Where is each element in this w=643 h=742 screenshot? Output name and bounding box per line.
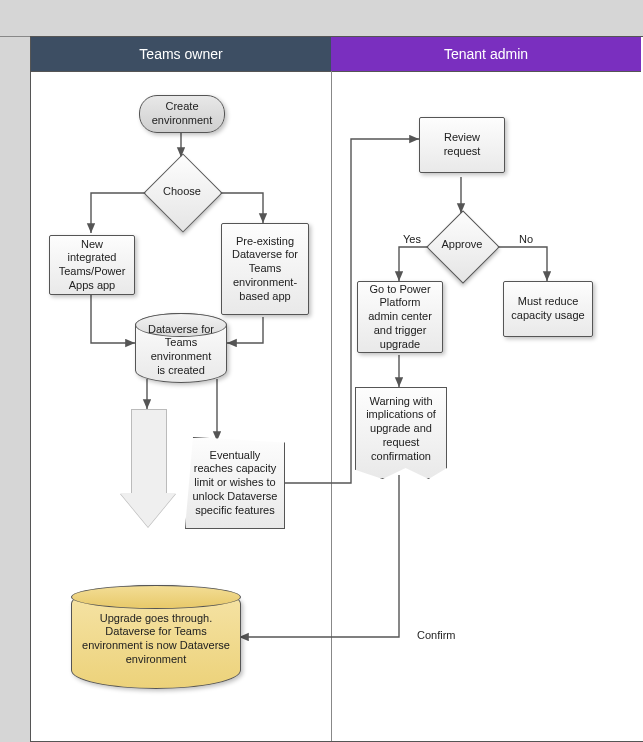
node-label: Dataverse for Teams environment is creat… (146, 323, 216, 378)
big-arrow-body (131, 409, 167, 495)
lane-divider (331, 71, 332, 741)
left-margin (0, 36, 30, 742)
node-label: Eventually reaches capacity limit or wis… (192, 449, 278, 518)
node-label: Create environment (146, 100, 218, 128)
lane-title-right: Tenant admin (444, 46, 528, 62)
big-arrow-head (120, 493, 176, 527)
node-label: New integrated Teams/Power Apps app (56, 238, 128, 293)
node-label: Upgrade goes through. Dataverse for Team… (82, 612, 230, 667)
node-label: Review request (426, 131, 498, 159)
node-must-reduce: Must reduce capacity usage (503, 281, 593, 337)
node-dataverse-created: Dataverse for Teams environment is creat… (135, 313, 227, 383)
node-create-environment: Create environment (139, 95, 225, 133)
lane-header-tenant-admin: Tenant admin (331, 37, 641, 72)
edge-label-yes: Yes (403, 233, 421, 245)
node-approve-decision (426, 210, 500, 284)
node-warning-confirmation: Warning with implications of upgrade and… (355, 387, 447, 479)
node-upgrade-complete: Upgrade goes through. Dataverse for Team… (71, 585, 241, 689)
node-label: Must reduce capacity usage (510, 295, 586, 323)
node-preexisting-app: Pre-existing Dataverse for Teams environ… (221, 223, 309, 315)
lane-title-left: Teams owner (139, 46, 222, 62)
edge-label-no: No (519, 233, 533, 245)
node-choose-decision (143, 153, 222, 232)
node-label: Go to Power Platform admin center and tr… (364, 283, 436, 352)
page-root: Teams owner Tenant admin (0, 0, 643, 742)
edge-label-confirm: Confirm (417, 629, 456, 641)
node-eventually-capacity: Eventually reaches capacity limit or wis… (185, 437, 285, 529)
node-label: Pre-existing Dataverse for Teams environ… (228, 235, 302, 304)
node-label: Warning with implications of upgrade and… (364, 395, 438, 464)
node-go-admin-center: Go to Power Platform admin center and tr… (357, 281, 443, 353)
lane-header-teams-owner: Teams owner (31, 37, 332, 72)
node-new-integrated-app: New integrated Teams/Power Apps app (49, 235, 135, 295)
diagram-sheet: Teams owner Tenant admin (0, 36, 643, 742)
node-review-request: Review request (419, 117, 505, 173)
swimlane-canvas: Teams owner Tenant admin (30, 36, 643, 742)
